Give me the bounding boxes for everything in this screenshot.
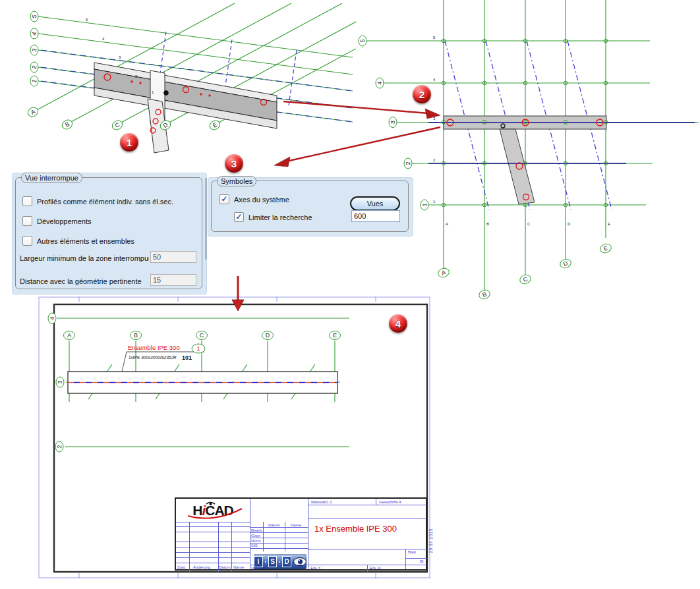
input-largeur-minimum — [150, 251, 196, 263]
urspr-label: Urspr. — [251, 566, 262, 570]
drawing-sheet: 4 3 2 A B C D E Ensemble IPE 300 1 1xIPE… — [38, 296, 434, 581]
annotation-detail: 1xIPE 300x2000/S235JR — [129, 355, 177, 360]
badge-1: 1 — [120, 133, 138, 152]
bl-label: Bl. — [420, 559, 424, 563]
svg-text:3: 3 — [57, 380, 63, 383]
svg-text:5: 5 — [433, 36, 436, 40]
ers-d-label: Ers. d.: — [370, 566, 382, 570]
row-bearb: Bearb. — [251, 528, 263, 532]
svg-text:A: A — [67, 332, 71, 339]
iso-3d-view: 5 4 3 2 1 A B C D E 5 4 3 2 1 — [0, 0, 356, 171]
row-norm: Norm — [251, 539, 261, 543]
groupbox-vue-interrompue: Vue interrompue Profilés comme élément i… — [15, 177, 202, 289]
col-datum: Datum — [268, 523, 280, 527]
svg-text:5: 5 — [359, 39, 366, 42]
label-name: Name — [233, 565, 244, 569]
label-zust: Zust. — [177, 565, 186, 569]
dialog-crop-edge — [206, 178, 206, 260]
badge-4: 4 — [389, 314, 407, 333]
checkbox-label: Limiter la recherche — [248, 213, 312, 221]
svg-text:1: 1 — [433, 200, 436, 204]
svg-text:C: C — [527, 222, 531, 226]
title-block: HiCAD Zust. Änderung Datum Name Datum Na… — [175, 497, 427, 571]
check-icon: ✓ — [235, 213, 242, 220]
revision-table — [176, 522, 250, 563]
checkbox-label: Développements — [37, 217, 92, 225]
svg-text:4: 4 — [49, 316, 55, 320]
annotation-title: Ensemble IPE 300 — [128, 344, 180, 351]
dialog-vue-interrompue: Vue interrompue Profilés comme élément i… — [12, 173, 207, 294]
plan-2d-view: 5 4 3 2 1 A B C D E 5 4 3 2 1 A B C D E — [349, 0, 700, 310]
isd-letter: S — [268, 556, 277, 567]
input-limite-recherche[interactable] — [351, 210, 400, 222]
hicad-logo: HiCAD — [176, 499, 250, 522]
svg-text:3: 3 — [433, 117, 436, 121]
svg-text:2: 2 — [433, 158, 436, 162]
checkbox-axes-systeme[interactable]: ✓ — [219, 194, 229, 204]
plan-brace — [500, 129, 535, 204]
vues-button[interactable]: Vues — [350, 196, 400, 211]
svg-text:4: 4 — [376, 81, 383, 84]
svg-text:3: 3 — [119, 55, 121, 59]
svg-text:B: B — [134, 332, 138, 339]
ers-f-label: Ers. f.: — [310, 566, 322, 570]
field-label-largeur: Largeur minimum de la zone interrompue — [20, 254, 149, 262]
checkbox-limiter-recherche[interactable]: ✓ — [234, 212, 244, 222]
checkbox-profiles-individuels[interactable] — [22, 196, 32, 206]
badge-2: 2 — [413, 85, 431, 103]
svg-text:2: 2 — [56, 445, 63, 448]
badge-3: 3 — [225, 154, 243, 173]
svg-text:E: E — [608, 222, 610, 226]
groupbox-title: Symboles — [217, 176, 256, 186]
plan-beam — [428, 116, 695, 204]
svg-text:A: A — [446, 222, 448, 226]
part-label: 1x Ensemble IPE 300 — [314, 524, 397, 534]
svg-text:D: D — [568, 222, 571, 226]
checkbox-label: Profilés comme élément indiv. sans él.se… — [37, 198, 173, 206]
isd-letter: D — [282, 556, 291, 567]
svg-text:E: E — [333, 332, 337, 339]
iso-left-axis-labels: 5 4 3 2 1 — [30, 11, 38, 86]
svg-text:C: C — [200, 332, 204, 339]
svg-text:4: 4 — [433, 78, 436, 82]
input-distance-geometrie — [150, 274, 196, 286]
check-icon: ✓ — [221, 196, 227, 202]
groupbox-title: Vue interrompue — [21, 173, 82, 183]
checkbox-label: Axes du système — [234, 196, 289, 204]
groupbox-symboles: Symboles ✓ Axes du système Vues ✓ Limite… — [211, 181, 409, 232]
plan-grid-lines — [366, 0, 699, 291]
weight-label: Gewicht84.4 — [379, 500, 401, 504]
screenshot-root: 5 4 3 2 1 A B C D E 5 4 3 2 1 — [0, 0, 700, 589]
svg-text:1: 1 — [421, 203, 428, 206]
label-aenderung: Änderung — [193, 565, 210, 569]
checkbox-autres-elements[interactable] — [22, 236, 32, 246]
dialog-symboles: Symboles ✓ Axes du système Vues ✓ Limite… — [208, 177, 413, 237]
field-label-distance: Distance avec la géométrie pertinente — [20, 277, 149, 285]
checkbox-label: Autres éléments et ensembles — [37, 237, 134, 245]
col-name: Name — [291, 523, 301, 527]
annotation-position-bubble: 1 — [196, 345, 200, 352]
svg-text:B: B — [486, 222, 489, 226]
svg-text:4: 4 — [102, 37, 105, 41]
row-cad: CAD — [251, 544, 258, 547]
svg-text:2: 2 — [405, 161, 411, 165]
scale-label: Maßstab1:1 — [311, 500, 332, 504]
svg-text:5: 5 — [86, 18, 88, 22]
svg-text:D: D — [266, 332, 270, 339]
checkbox-developpements[interactable] — [22, 216, 32, 226]
sheet-date-vertical: 29.07.2015 — [428, 528, 433, 553]
plan-bottom-axis-labels: A B C D E — [437, 242, 612, 300]
annotation-position-number: 101 — [182, 354, 192, 361]
label-datum: Datum — [219, 565, 231, 569]
row-gepr: Gepr. — [251, 534, 261, 538]
svg-text:3: 3 — [390, 121, 396, 124]
blatt-label: Blatt — [408, 550, 416, 554]
